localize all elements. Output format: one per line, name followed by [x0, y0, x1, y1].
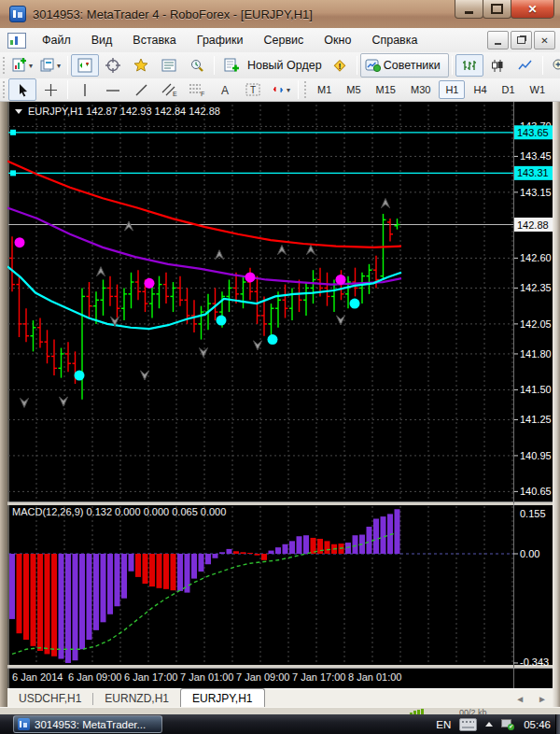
cyan-signal-dot	[217, 316, 227, 326]
time-axis-label: 6 Jan 2014	[12, 671, 63, 683]
expert-advisors-button[interactable]: Советники	[360, 53, 449, 78]
vertical-line-button[interactable]	[71, 78, 99, 101]
price-badge-label: 143.31	[517, 167, 549, 178]
price-axis-label: 142.05	[520, 318, 552, 330]
macd-bar	[303, 535, 309, 554]
toolbar-grip[interactable]	[304, 81, 306, 98]
tab-eurjpy-active[interactable]: EURJPY,H1	[180, 688, 264, 708]
mdi-minimize-icon	[495, 43, 501, 45]
time-axis-label: 7 Jan 17:00	[292, 671, 346, 683]
expert-advisors-icon	[365, 59, 382, 73]
toolbar-separator	[542, 56, 543, 75]
timeframe-m30[interactable]: M30	[404, 80, 437, 99]
macd-bar	[135, 554, 141, 577]
text-label-button[interactable]: T	[239, 78, 267, 101]
arrows-tool-caret-icon: ▾	[287, 86, 290, 94]
profiles-button[interactable]: ▾	[36, 54, 64, 77]
bar-chart-button[interactable]	[455, 54, 483, 77]
crosshair-button[interactable]	[36, 78, 64, 101]
network-status-icon[interactable]: ✔	[501, 719, 513, 729]
line-chart-button[interactable]	[511, 54, 539, 77]
language-indicator[interactable]: EN	[436, 719, 451, 730]
timeframe-m1[interactable]: M1	[311, 80, 338, 99]
level-line-handle	[10, 170, 16, 176]
timeframe-h4[interactable]: H4	[467, 80, 493, 99]
macd-bar	[367, 527, 372, 554]
timeframe-m15[interactable]: M15	[370, 80, 402, 99]
chart-window-icon[interactable]	[7, 33, 26, 49]
show-desktop-button[interactable]	[555, 714, 560, 734]
arrows-tool-button[interactable]: ▾	[267, 78, 295, 101]
trendline-icon	[134, 83, 148, 97]
fibonacci-button[interactable]: F	[183, 78, 211, 101]
new-order-button[interactable]	[217, 54, 245, 77]
equidistant-channel-button[interactable]: E	[155, 78, 183, 101]
alert-button[interactable]: !	[326, 54, 354, 77]
macd-bar	[395, 509, 400, 554]
tab-eurnzd[interactable]: EURNZD,H1	[93, 690, 180, 708]
metatrader-taskbar-button[interactable]: 3014953: MetaTrader...	[13, 715, 162, 733]
arrows-tool-icon	[272, 83, 286, 97]
text-button[interactable]: A	[211, 78, 239, 101]
menu-charts[interactable]: Графики	[187, 30, 254, 50]
navigator-button[interactable]	[127, 54, 155, 77]
data-window-button[interactable]	[99, 54, 127, 77]
new-order-label[interactable]: Новый Ордер	[247, 59, 322, 72]
terminal-button[interactable]	[155, 54, 183, 77]
zoom-in-button[interactable]	[546, 54, 560, 77]
timeframe-m5[interactable]: M5	[340, 80, 367, 99]
macd-bar	[297, 536, 302, 554]
menu-window[interactable]: Окно	[314, 30, 361, 50]
price-axis-label: 143.45	[520, 150, 552, 162]
keyboard-layout-icon[interactable]	[459, 718, 477, 731]
show-hidden-icons-icon[interactable]	[485, 722, 493, 727]
tab-scroll-right-icon[interactable]: ►	[538, 694, 547, 704]
timeframe-h1[interactable]: H1	[439, 80, 465, 99]
mdi-restore-button[interactable]	[511, 31, 532, 49]
zoom-in-icon	[552, 58, 560, 74]
macd-bar	[269, 551, 274, 554]
macd-bar	[289, 541, 295, 554]
candlestick-button[interactable]	[483, 54, 511, 77]
macd-bar	[87, 554, 92, 640]
title-bar: 3014953: MetaTrader 4 - RoboForex - [EUR…	[0, 0, 560, 28]
timeframe-d1[interactable]: D1	[496, 80, 522, 99]
menu-file[interactable]: Файл	[32, 30, 81, 50]
timeframe-w1[interactable]: W1	[524, 80, 553, 99]
market-watch-button[interactable]	[71, 54, 99, 77]
new-chart-button[interactable]: ▾	[8, 54, 36, 77]
minimize-button[interactable]	[455, 0, 483, 19]
text-label-icon: T	[245, 82, 261, 97]
trendline-button[interactable]	[127, 78, 155, 101]
menu-tools[interactable]: Сервис	[254, 30, 315, 50]
menu-help[interactable]: Справка	[361, 30, 427, 50]
price-axis-label: 142.60	[520, 252, 552, 263]
taskbar-clock: 05:46	[524, 719, 551, 730]
price-axis-label: 141.80	[520, 348, 552, 360]
maximize-button[interactable]	[483, 0, 511, 19]
chart-area[interactable]: 143.70143.45143.15142.60142.35142.05141.…	[0, 0, 560, 734]
cursor-button[interactable]	[8, 78, 36, 101]
toolbar-grip[interactable]	[3, 81, 5, 98]
strategy-tester-button[interactable]	[183, 54, 211, 77]
fibonacci-icon: F	[189, 82, 205, 97]
menu-view[interactable]: Вид	[81, 30, 123, 50]
tab-scroll-left-icon[interactable]: ◄	[515, 694, 525, 704]
tab-usdchf[interactable]: USDCHF,H1	[7, 690, 92, 708]
horizontal-line-button[interactable]	[99, 78, 127, 101]
menu-insert[interactable]: Вставка	[122, 30, 186, 50]
macd-bar	[317, 539, 323, 554]
price-axis-label: 143.15	[520, 187, 552, 198]
macd-bar	[219, 552, 225, 554]
macd-bar	[213, 554, 218, 558]
timeframe-mn[interactable]: MN	[553, 80, 560, 99]
price-axis-label: 140.65	[520, 486, 552, 497]
crosshair-icon	[44, 83, 58, 97]
toolbar-separator	[214, 56, 215, 75]
mdi-minimize-button[interactable]	[487, 31, 509, 49]
mdi-close-button[interactable]: ✕	[534, 31, 555, 49]
price-axis-label: 141.25	[520, 414, 552, 425]
toolbar-grip[interactable]	[3, 57, 5, 74]
close-button[interactable]: ✕	[511, 0, 554, 19]
macd-bar	[247, 553, 253, 554]
